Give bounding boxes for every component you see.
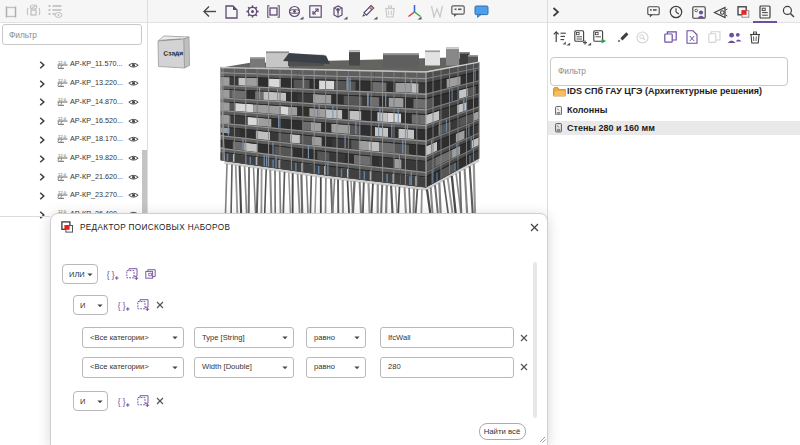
svg-text:{: { xyxy=(118,396,121,407)
svg-text:{: { xyxy=(118,300,121,311)
svg-text:}: } xyxy=(123,396,126,407)
svg-text:}: } xyxy=(112,269,115,280)
svg-text:}: } xyxy=(123,300,126,311)
svg-text:{: { xyxy=(107,269,110,280)
